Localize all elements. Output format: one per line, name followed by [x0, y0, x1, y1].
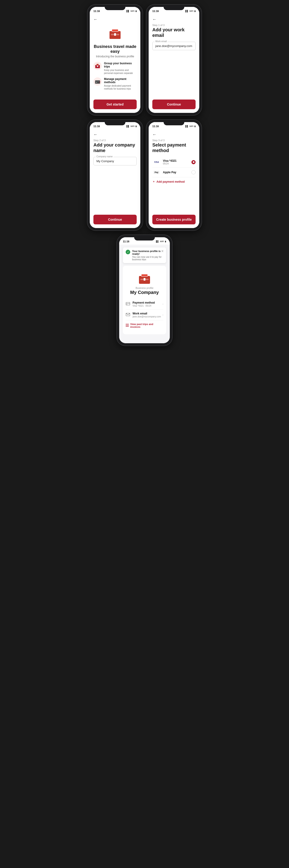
- battery-icon-3: ▮: [136, 125, 137, 127]
- visa-radio-selected[interactable]: [191, 160, 195, 164]
- status-time-1: 11:16: [94, 10, 100, 12]
- status-icons-5: ▌▌ WiFi ▮: [156, 240, 166, 243]
- email-chevron: ›: [162, 313, 164, 316]
- profile-label: Business profile: [125, 286, 164, 289]
- svg-rect-23: [125, 325, 129, 326]
- status-icons-1: ▌▌ WiFi ▮: [127, 10, 137, 12]
- plus-icon: ＋: [152, 180, 155, 184]
- view-trips-link[interactable]: View past trips and invoices: [125, 320, 164, 331]
- company-input[interactable]: [94, 157, 137, 165]
- svg-rect-17: [144, 278, 145, 281]
- email-row-title: Work email: [133, 312, 161, 315]
- status-icons-3: ▌▌ WiFi ▮: [127, 125, 137, 127]
- svg-rect-9: [97, 66, 98, 67]
- checkmark-icon: ✓: [125, 250, 130, 254]
- status-time-4: 11:16: [152, 125, 159, 128]
- status-time-5: 11:16: [123, 240, 129, 243]
- battery-icon-5: ▮: [165, 240, 166, 243]
- back-button-2[interactable]: ←: [152, 17, 158, 22]
- back-button-4[interactable]: ←: [152, 132, 158, 137]
- get-started-button[interactable]: Get started: [94, 99, 137, 109]
- signal-icon-2: ▌▌: [185, 10, 188, 12]
- svg-rect-15: [141, 274, 148, 276]
- profile-name: My Company: [125, 290, 164, 295]
- payment-option-applepay[interactable]: Pay Apple Pay: [152, 167, 195, 177]
- visa-expiry: 05/24: [163, 162, 177, 165]
- signal-icon: ▌▌: [127, 10, 130, 12]
- status-icons-4: ▌▌ WiFi ▮: [185, 125, 195, 127]
- continue-button-2[interactable]: Continue: [152, 99, 195, 109]
- row-2: 11:16 ▌▌ WiFi ▮ ← Step 2 of 3 Add your c…: [87, 120, 202, 230]
- wifi-icon: WiFi: [131, 10, 135, 12]
- phone-screen3: 11:16 ▌▌ WiFi ▮ ← Step 2 of 3 Add your c…: [87, 120, 143, 230]
- svg-rect-12: [95, 81, 100, 82]
- payment-method-row[interactable]: Payment method Visa *4321 · 05/24 ›: [125, 299, 164, 310]
- battery-icon-2: ▮: [194, 10, 195, 12]
- payment-row-desc: Visa *4321 · 05/24: [133, 305, 155, 307]
- phone-inner-3: 11:16 ▌▌ WiFi ▮ ← Step 2 of 3 Add your c…: [90, 122, 140, 228]
- battery-icon: ▮: [136, 10, 137, 12]
- notch-2: [164, 5, 184, 10]
- payment-option-visa[interactable]: VISA Visa *4321 05/24: [152, 157, 195, 167]
- payment-row-text: Payment method Visa *4321 · 05/24: [133, 301, 155, 307]
- step-label-3: Step 2 of 3: [94, 139, 137, 142]
- phone-inner-2: 11:16 ▌▌ WiFi ▮ ← Step 1 of 3 Add your w…: [149, 7, 199, 113]
- step-label-4: Step 3 of 3: [152, 139, 195, 142]
- email-row[interactable]: Work email jane.doe@mycompany.com ›: [125, 310, 164, 320]
- svg-rect-13: [96, 82, 97, 83]
- svg-rect-4: [114, 33, 116, 36]
- phone-inner-1: 11:16 ▌▌ WiFi ▮ ←: [90, 7, 140, 113]
- email-row-text: Work email jane.doe@mycompany.com: [133, 312, 161, 318]
- battery-icon-4: ▮: [194, 125, 195, 127]
- svg-rect-20: [126, 304, 128, 305]
- toast-title: Your business profile is ready!: [132, 250, 164, 255]
- phone-screen1: 11:16 ▌▌ WiFi ▮ ←: [87, 5, 143, 115]
- email-input-group: Work email: [152, 42, 195, 50]
- profile-briefcase: [125, 272, 164, 285]
- visa-info: Visa *4321 05/24: [163, 159, 177, 165]
- status-time-2: 11:16: [152, 10, 159, 12]
- add-payment-btn[interactable]: ＋ Add payment method: [152, 177, 195, 186]
- phone-screen4: 11:16 ▌▌ WiFi ▮ ← Step 3 of 3 Select pay…: [146, 120, 202, 230]
- svg-rect-22: [125, 324, 129, 324]
- back-button-1[interactable]: ←: [94, 17, 99, 22]
- applepay-radio[interactable]: [191, 170, 195, 175]
- status-icons-2: ▌▌ WiFi ▮: [185, 10, 195, 12]
- create-profile-button[interactable]: Create business profile: [152, 215, 195, 224]
- applepay-name: Apple Pay: [163, 171, 176, 174]
- continue-button-3[interactable]: Continue: [94, 215, 137, 224]
- wifi-icon-2: WiFi: [189, 10, 193, 12]
- row-3: 11:16 ▌▌ WiFi ▮ ✓ Your business profile …: [117, 235, 172, 345]
- screen-title-2: Add your work email: [152, 27, 195, 38]
- applepay-logo: Pay: [152, 170, 160, 175]
- email-row-left: Work email jane.doe@mycompany.com: [125, 312, 161, 318]
- notch-3: [105, 120, 125, 125]
- payment-row-title: Payment method: [133, 301, 155, 304]
- back-button-3[interactable]: ←: [94, 132, 99, 137]
- screen-title-3: Add your company name: [94, 142, 137, 153]
- envelope-icon: [125, 313, 130, 317]
- toast-content: Your business profile is ready! You can …: [132, 250, 164, 261]
- phone-screen5: 11:16 ▌▌ WiFi ▮ ✓ Your business profile …: [117, 235, 172, 345]
- screen-4-content: ← Step 3 of 3 Select payment method VISA…: [149, 129, 199, 228]
- list-icon: [125, 324, 129, 327]
- screen-1-content: ← Business travel made easy Introducing …: [90, 14, 140, 113]
- toast-close-button[interactable]: ✕: [161, 249, 164, 253]
- payment-icon: [94, 78, 102, 86]
- notch-5: [134, 235, 155, 241]
- screen-title-4: Select payment method: [152, 142, 195, 153]
- briefcase-icon: [94, 27, 137, 41]
- payment-visa-left: VISA Visa *4321 05/24: [152, 159, 177, 165]
- step-label-2: Step 1 of 3: [152, 24, 195, 27]
- hero-subtitle: Introducing the business profile: [94, 55, 137, 58]
- svg-rect-19: [126, 303, 130, 304]
- signal-icon-5: ▌▌: [156, 240, 159, 243]
- signal-icon-4: ▌▌: [185, 125, 188, 127]
- status-time-3: 11:16: [94, 125, 100, 128]
- feature-2-desc: Assign dedicated payment methods for bus…: [104, 84, 137, 90]
- svg-rect-24: [125, 326, 129, 327]
- email-input-label: Work email: [155, 40, 168, 42]
- email-input[interactable]: [152, 42, 195, 50]
- notch-4: [164, 120, 184, 125]
- row-1: 11:16 ▌▌ WiFi ▮ ←: [87, 5, 202, 115]
